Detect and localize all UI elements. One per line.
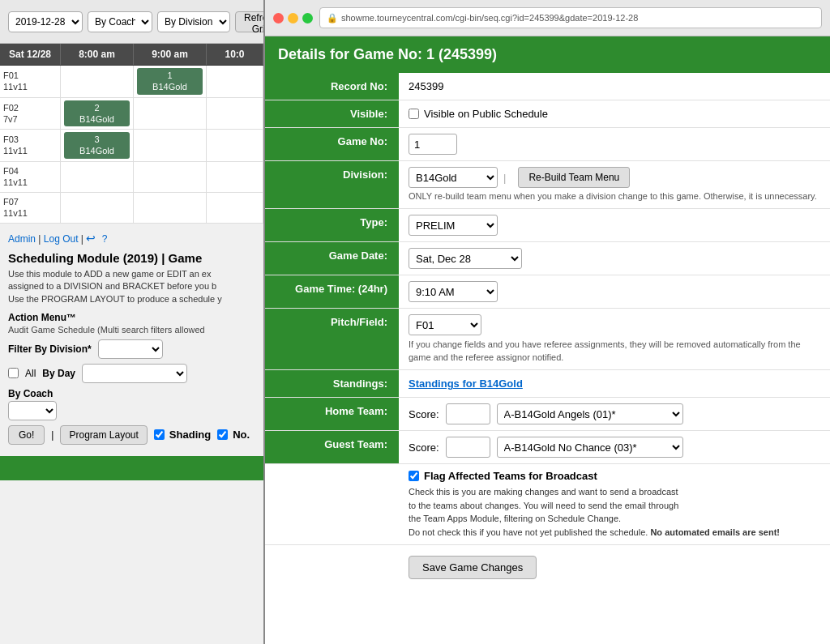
division-row: Division: B14Gold | Re-Build Team Menu O… (265, 161, 830, 209)
game-time-select[interactable]: 9:10 AM (409, 281, 498, 302)
division-select[interactable]: By Division (157, 11, 230, 32)
standings-label: Standings: (265, 370, 399, 398)
grid-cell-8am[interactable]: 2 B14Gold (61, 98, 134, 130)
url-text: showme.tourneycentral.com/cgi-bin/seq.cg… (341, 13, 638, 23)
filter-all-label: All (25, 368, 36, 379)
grid-cell-8am (61, 193, 134, 223)
broadcast-desc: Check this is you are making changes and… (409, 485, 820, 539)
grid-cell-8am[interactable]: 3 B14Gold (61, 130, 134, 161)
pitch-select[interactable]: F01 (409, 314, 481, 335)
table-row: F03 11v11 3 B14Gold (0, 130, 263, 162)
game-date-row: Game Date: Sat, Dec 28 (265, 242, 830, 275)
guest-score-input[interactable] (446, 437, 490, 458)
grid-cell-label: F02 7v7 (0, 98, 61, 130)
broadcast-label-cell (265, 464, 399, 545)
no-label: No. (217, 429, 250, 441)
game-details: Details for Game No: 1 (245399) Record N… (265, 36, 830, 644)
help-icon[interactable]: ↩ (86, 232, 96, 245)
coach-filter-select[interactable] (8, 401, 57, 420)
visible-label: Visible: (265, 100, 399, 128)
filter-day-select[interactable] (82, 364, 187, 383)
maximize-button[interactable] (302, 13, 313, 23)
filter-day-row: All By Day (8, 364, 255, 383)
grid-cell-label: F01 11v11 (0, 66, 61, 97)
grid-col1-header: Sat 12/28 (0, 44, 61, 65)
guest-team-row: Guest Team: Score: A-B14Gold No Chance (… (265, 431, 830, 464)
audit-label: Audit Game Schedule (Multi search filter… (8, 325, 255, 335)
right-panel: 🔒 showme.tourneycentral.com/cgi-bin/seq.… (263, 0, 830, 644)
date-select[interactable]: 2019-12-28 (8, 11, 83, 32)
table-row: F01 11v11 1 B14Gold (0, 66, 263, 98)
broadcast-row: Flag Affected Teams for Broadcast Check … (265, 464, 830, 545)
sidebar-links: Admin | Log Out | ↩ ? (8, 232, 255, 245)
game-tag[interactable]: 2 B14Gold (64, 100, 130, 127)
refresh-grid-button[interactable]: Refresh Grid (235, 11, 263, 32)
game-tag[interactable]: 1 B14Gold (137, 68, 203, 95)
save-row: Save Game Changes (265, 545, 830, 586)
minimize-button[interactable] (288, 13, 298, 23)
logout-link[interactable]: Log Out (44, 233, 79, 245)
shading-checkbox[interactable] (154, 429, 165, 440)
filter-row: Filter By Division* (8, 339, 255, 359)
save-label-cell (265, 545, 399, 586)
pitch-row: Pitch/Field: F01 If you change fields an… (265, 309, 830, 370)
game-date-select[interactable]: Sat, Dec 28 (409, 248, 522, 269)
visible-checkbox[interactable] (409, 109, 419, 119)
division-note: ONLY re-build team menu when you make a … (409, 190, 820, 203)
by-day-label: By Day (42, 368, 75, 379)
broadcast-label: Flag Affected Teams for Broadcast (424, 470, 597, 482)
lock-icon: 🔒 (327, 13, 338, 23)
home-team-row: Home Team: Score: A-B14Gold Angels (01)* (265, 398, 830, 431)
division-value: B14Gold | Re-Build Team Menu ONLY re-bui… (399, 161, 830, 209)
grid-col4-header: 10:0 (207, 44, 263, 65)
filter-day-checkbox[interactable] (8, 368, 19, 378)
home-score-input[interactable] (446, 403, 490, 424)
game-time-label: Game Time: (24hr) (265, 275, 399, 309)
row-field-label: F01 (3, 70, 57, 81)
by-coach-label: By Coach (8, 388, 255, 399)
grid-cell-10am (207, 193, 263, 223)
type-row: Type: PRELIM (265, 209, 830, 242)
type-value: PRELIM (399, 209, 830, 242)
rebuild-team-menu-button[interactable]: Re-Build Team Menu (518, 167, 630, 188)
grid-cell-9am[interactable]: 1 B14Gold (134, 66, 207, 97)
pitch-note: If you change fields and you have refere… (409, 339, 820, 364)
close-button[interactable] (273, 13, 284, 23)
save-value: Save Game Changes (399, 545, 830, 586)
broadcast-checkbox[interactable] (409, 471, 419, 481)
grid-cell-10am (207, 130, 263, 161)
game-no-input[interactable] (409, 134, 457, 155)
record-no-label: Record No: (265, 73, 399, 100)
home-team-select[interactable]: A-B14Gold Angels (01)* (497, 403, 683, 424)
admin-link[interactable]: Admin (8, 233, 36, 245)
coach-select[interactable]: By Coach (88, 11, 152, 32)
visible-value: Visible on Public Schedule (399, 100, 830, 128)
filter-division-select[interactable] (98, 339, 163, 359)
game-tag[interactable]: 3 B14Gold (64, 132, 130, 159)
go-button[interactable]: Go! (8, 425, 45, 445)
url-bar[interactable]: 🔒 showme.tourneycentral.com/cgi-bin/seq.… (319, 7, 822, 28)
guest-team-select[interactable]: A-B14Gold No Chance (03)* (497, 437, 683, 458)
sidebar-info: Admin | Log Out | ↩ ? Scheduling Module … (0, 224, 263, 453)
details-table: Record No: 245399 Visible: Visible on Pu… (265, 73, 830, 585)
home-team-label: Home Team: (265, 398, 399, 431)
home-team-value: Score: A-B14Gold Angels (01)* (399, 398, 830, 431)
standings-link[interactable]: Standings for B14Gold (409, 377, 523, 390)
broadcast-value: Flag Affected Teams for Broadcast Check … (399, 464, 830, 545)
program-layout-button[interactable]: Program Layout (60, 425, 147, 445)
record-no-value: 245399 (399, 73, 830, 100)
sidebar-desc: Use this module to ADD a new game or EDI… (8, 268, 255, 305)
save-game-changes-button[interactable]: Save Game Changes (409, 556, 537, 579)
game-no-label: Game No: (265, 128, 399, 161)
shading-label: Shading (154, 429, 211, 441)
game-no-value (399, 128, 830, 161)
left-panel: 2019-12-28 By Coach By Division Refresh … (0, 0, 263, 644)
broadcast-bold: No automated emails are sent! (650, 527, 780, 537)
no-checkbox[interactable] (217, 429, 228, 440)
table-row: F02 7v7 2 B14Gold (0, 98, 263, 130)
row-sublabel: 11v11 (3, 81, 57, 92)
division-select-field[interactable]: B14Gold (409, 167, 498, 188)
type-select[interactable]: PRELIM (409, 215, 498, 236)
game-time-value: 9:10 AM (399, 275, 830, 309)
grid-cell-label: F07 11v11 (0, 193, 61, 223)
